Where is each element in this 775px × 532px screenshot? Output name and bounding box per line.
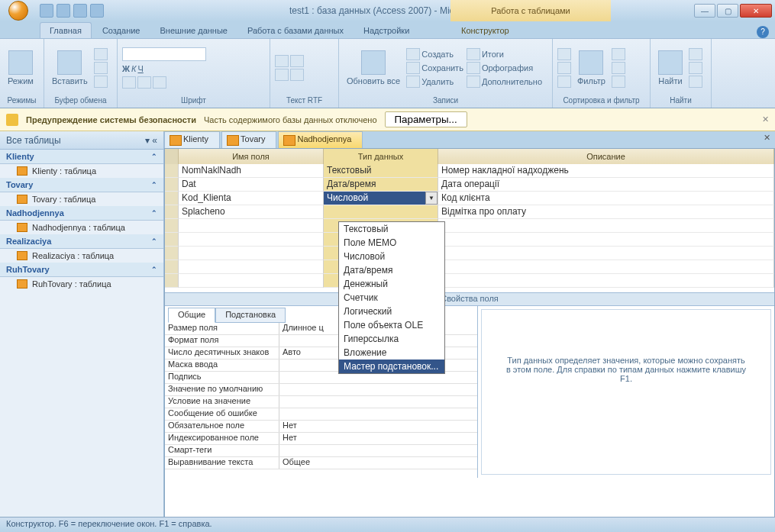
sort-asc-icon[interactable] xyxy=(557,48,571,60)
row-selector-header[interactable] xyxy=(165,149,179,164)
dropdown-item[interactable]: Поле объекта OLE xyxy=(339,318,444,332)
nav-item[interactable]: Tovary : таблица xyxy=(0,192,163,206)
font-color-icon[interactable] xyxy=(122,76,136,89)
table-row[interactable] xyxy=(165,260,774,274)
doc-close-button[interactable]: ✕ xyxy=(759,131,775,148)
minimize-button[interactable]: — xyxy=(694,4,715,18)
select-icon[interactable] xyxy=(689,76,702,88)
table-row[interactable]: NomNaklNadhТекстовыйНомер накладної надх… xyxy=(165,164,774,178)
nav-item[interactable]: Nadhodjennya : таблица xyxy=(0,221,163,234)
property-row[interactable]: Смарт-теги xyxy=(165,445,477,457)
dropdown-item[interactable]: Денежный xyxy=(339,277,444,291)
dropdown-item[interactable]: Мастер подстановок... xyxy=(339,360,444,373)
goto-icon[interactable] xyxy=(689,62,702,74)
doc-tab-nadhodjennya[interactable]: Nadhodjennya xyxy=(278,131,363,148)
ribbon-tab-design[interactable]: Конструктор xyxy=(452,23,518,38)
indent-inc-icon[interactable] xyxy=(290,69,304,81)
totals-button[interactable]: Итоги xyxy=(467,48,542,60)
dropdown-item[interactable]: Логический xyxy=(339,305,444,318)
property-row[interactable]: Условие на значение xyxy=(165,396,477,408)
toggle-filter-icon[interactable] xyxy=(612,76,625,88)
property-row[interactable]: Обязательное полеНет xyxy=(165,421,477,433)
table-row[interactable] xyxy=(165,274,774,288)
ribbon-tab-external[interactable]: Внешние данные xyxy=(151,23,237,38)
indent-dec-icon[interactable] xyxy=(275,69,289,81)
doc-tab-klienty[interactable]: Klienty xyxy=(164,131,220,148)
nav-group-header[interactable]: RuhTovary⌃ xyxy=(0,263,163,277)
clear-sort-icon[interactable] xyxy=(557,76,571,88)
dropdown-item[interactable]: Числовой xyxy=(339,250,444,263)
close-button[interactable]: ✕ xyxy=(740,4,772,18)
fill-color-icon[interactable] xyxy=(137,76,151,89)
property-row[interactable]: Выравнивание текстаОбщее xyxy=(165,457,477,469)
qat-redo-icon[interactable] xyxy=(73,4,87,18)
ribbon-tab-addins[interactable]: Надстройки xyxy=(354,23,418,38)
copy-icon[interactable] xyxy=(94,62,108,74)
advanced-filter-icon[interactable] xyxy=(612,62,625,74)
table-row[interactable] xyxy=(165,247,774,260)
dropdown-button[interactable]: ▼ xyxy=(425,192,438,205)
help-button[interactable]: ? xyxy=(757,26,769,38)
nav-item[interactable]: Klienty : таблица xyxy=(0,164,163,178)
dropdown-item[interactable]: Поле МЕМО xyxy=(339,236,444,250)
nav-item[interactable]: Realizaciya : таблица xyxy=(0,249,163,263)
group-label-records: Записи xyxy=(344,95,547,106)
maximize-button[interactable]: ▢ xyxy=(717,4,738,18)
datatype-dropdown[interactable]: ТекстовыйПоле МЕМОЧисловойДата/времяДене… xyxy=(338,221,445,374)
nav-group-header[interactable]: Tovary⌃ xyxy=(0,178,163,192)
nav-group-header[interactable]: Realizaciya⌃ xyxy=(0,234,163,249)
paste-button[interactable]: Вставить xyxy=(49,49,91,87)
table-row[interactable]: SplachenoВідмітка про оплату xyxy=(165,205,774,219)
qat-dropdown-icon[interactable] xyxy=(90,4,104,18)
prop-tab-general[interactable]: Общие xyxy=(168,308,215,323)
table-row[interactable]: DatДата/времяДата операції xyxy=(165,178,774,192)
new-record-button[interactable]: Создать xyxy=(406,48,463,60)
save-record-button[interactable]: Сохранить xyxy=(406,62,463,74)
dropdown-item[interactable]: Вложение xyxy=(339,346,444,360)
delete-record-button[interactable]: Удалить xyxy=(406,76,463,88)
table-row[interactable] xyxy=(165,219,774,233)
property-row[interactable]: Значение по умолчанию xyxy=(165,384,477,396)
selection-filter-icon[interactable] xyxy=(612,48,625,60)
ribbon-tab-home[interactable]: Главная xyxy=(40,22,92,38)
view-button[interactable]: Режим xyxy=(5,49,37,87)
nav-group-header[interactable]: Klienty⌃ xyxy=(0,150,163,164)
find-button[interactable]: Найти xyxy=(655,49,686,87)
security-options-button[interactable]: Параметры... xyxy=(385,111,467,127)
filter-button[interactable]: Фильтр xyxy=(574,49,609,87)
ribbon-tab-dbtools[interactable]: Работа с базами данных xyxy=(238,23,353,38)
gridlines-icon[interactable] xyxy=(153,76,166,89)
property-row[interactable]: Сообщение об ошибке xyxy=(165,408,477,421)
dropdown-item[interactable]: Дата/время xyxy=(339,263,444,277)
table-row[interactable]: Kod_KlientaЧисловой▼Код клієнта xyxy=(165,192,774,205)
prop-tab-lookup[interactable]: Подстановка xyxy=(215,308,286,323)
ribbon-tab-create[interactable]: Создание xyxy=(93,23,150,38)
font-combo[interactable] xyxy=(122,47,206,61)
office-button[interactable] xyxy=(3,0,34,21)
doc-tab-tovary[interactable]: Tovary xyxy=(221,131,276,148)
spelling-button[interactable]: Орфография xyxy=(467,62,542,74)
numbering-icon[interactable] xyxy=(290,55,304,67)
format-painter-icon[interactable] xyxy=(94,76,108,88)
nav-item[interactable]: RuhTovary : таблица xyxy=(0,277,163,291)
col-header-name[interactable]: Имя поля xyxy=(179,149,324,164)
more-button[interactable]: Дополнительно xyxy=(467,76,542,88)
sort-desc-icon[interactable] xyxy=(557,62,571,74)
refresh-button[interactable]: Обновить все xyxy=(344,49,403,87)
bullets-icon[interactable] xyxy=(275,55,289,67)
nav-group-header[interactable]: Nadhodjennya⌃ xyxy=(0,206,163,221)
dropdown-item[interactable]: Гиперссылка xyxy=(339,332,444,346)
col-header-desc[interactable]: Описание xyxy=(438,149,774,164)
property-row[interactable]: Индексированное полеНет xyxy=(165,433,477,445)
dropdown-item[interactable]: Счетчик xyxy=(339,291,444,305)
qat-save-icon[interactable] xyxy=(40,4,53,18)
cut-icon[interactable] xyxy=(94,48,108,60)
chevron-icon: ⌃ xyxy=(151,153,157,160)
col-header-type[interactable]: Тип данных xyxy=(324,149,438,164)
security-close-button[interactable]: ✕ xyxy=(762,114,769,124)
table-row[interactable] xyxy=(165,233,774,247)
replace-icon[interactable] xyxy=(689,48,702,60)
qat-undo-icon[interactable] xyxy=(57,4,70,18)
dropdown-item[interactable]: Текстовый xyxy=(339,222,444,236)
nav-header[interactable]: Все таблицы ▾ « xyxy=(0,131,163,150)
